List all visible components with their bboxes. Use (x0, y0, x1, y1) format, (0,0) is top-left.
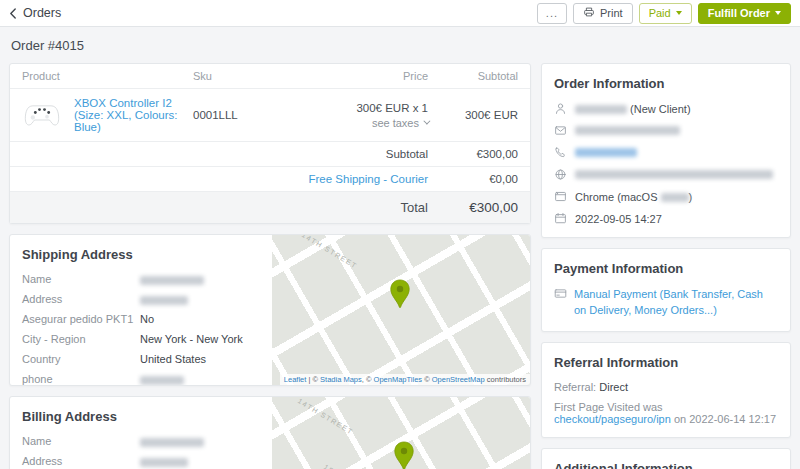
column-sku: Sku (193, 70, 298, 82)
referral-information-title: Referral Information (554, 355, 778, 370)
subtotal-row: Subtotal €300,00 (10, 141, 530, 166)
payment-information-card: Payment Information Manual Payment (Bank… (541, 248, 791, 332)
shipping-row: Free Shipping - Courier €0,00 (10, 166, 530, 191)
shipping-address-map[interactable]: 14TH STREET Leaflet | © Stadia Maps, © O… (272, 235, 530, 385)
subtotal-value: €300,00 (428, 148, 518, 160)
stadia-maps-link[interactable]: Stadia Maps (320, 375, 362, 384)
additional-information-title: Additional Information (554, 461, 778, 469)
redacted-value (575, 148, 637, 157)
redacted-value (140, 458, 188, 467)
shipping-value: €0,00 (428, 173, 518, 185)
field-row: Name (22, 273, 260, 285)
field-row: CountryUnited States (22, 353, 260, 365)
redacted-value (140, 438, 204, 447)
phone-row (554, 146, 778, 159)
phone-icon (554, 146, 567, 159)
credit-card-icon (554, 287, 567, 300)
page-title: Order #4015 (11, 38, 791, 53)
referral-information-card: Referral Information Referral: Direct Fi… (541, 342, 791, 438)
printer-icon (583, 6, 595, 20)
redacted-value (575, 105, 627, 114)
field-row: Address (22, 293, 260, 305)
leaflet-link[interactable]: Leaflet (284, 375, 307, 384)
fulfill-label: Fulfill Order (708, 7, 770, 19)
column-price: Price (298, 70, 428, 82)
column-product: Product (22, 70, 193, 82)
billing-address-map[interactable]: 14TH STREET 15TH STREET (272, 397, 530, 469)
back-label: Orders (23, 6, 61, 20)
back-to-orders-button[interactable]: Orders (9, 6, 61, 20)
item-price: 300€ EUR x 1 (356, 102, 428, 114)
calendar-icon (554, 212, 567, 225)
browser-prefix: Chrome (macOS (575, 191, 658, 203)
field-row: Asegurar pedido PKT1No (22, 313, 260, 325)
product-link[interactable]: XBOX Controller I2 (Size: XXL, Colours: … (74, 97, 193, 133)
redacted-value (575, 170, 773, 179)
user-icon (554, 102, 567, 115)
map-marker-icon (393, 441, 415, 469)
map-attribution: Leaflet | © Stadia Maps, © OpenMapTiles … (280, 374, 530, 385)
item-subtotal: 300€ EUR (428, 109, 518, 121)
first-page-row: First Page Visited was checkout/pagsegur… (554, 401, 778, 425)
subtotal-label: Subtotal (278, 148, 428, 160)
page-content: Order #4015 Product Sku Price Subtotal (0, 27, 800, 469)
additional-information-card: Additional Information Boleta o Factura:… (541, 448, 791, 469)
order-items-card: Product Sku Price Subtotal (9, 63, 531, 224)
browser-row: Chrome (macOS ) (554, 190, 778, 203)
product-thumbnail (22, 99, 62, 131)
field-row: phone (22, 373, 260, 385)
order-item-row: XBOX Controller I2 (Size: XXL, Colours: … (10, 89, 530, 141)
field-row: Name (22, 435, 260, 447)
redacted-value (140, 376, 184, 385)
column-subtotal: Subtotal (428, 70, 518, 82)
globe-icon (554, 168, 567, 181)
see-taxes-toggle[interactable]: see taxes (372, 117, 428, 129)
more-actions-button[interactable]: ... (537, 3, 567, 24)
openstreetmap-link[interactable]: OpenStreetMap (432, 375, 485, 384)
map-marker-icon (389, 279, 411, 309)
referral-value: Direct (599, 381, 628, 393)
order-date-row: 2022-09-05 14:27 (554, 212, 778, 225)
item-sku: 0001LLL (193, 109, 298, 121)
browser-suffix: ) (689, 191, 693, 203)
billing-address-title: Billing Address (22, 409, 260, 424)
order-information-title: Order Information (554, 76, 778, 91)
total-label: Total (278, 200, 428, 215)
fulfill-order-button[interactable]: Fulfill Order (698, 3, 791, 24)
first-page-link[interactable]: checkout/pagseguro/ipn (554, 413, 671, 425)
total-row: Total €300,00 (10, 191, 530, 223)
topbar: Orders ... Print Paid Fulfill Order (0, 0, 800, 27)
referral-row: Referral: Direct (554, 381, 778, 393)
caret-down-icon (775, 11, 781, 15)
browser-window-icon (554, 190, 567, 203)
order-date: 2022-09-05 14:27 (575, 213, 662, 225)
items-table-header: Product Sku Price Subtotal (10, 64, 530, 89)
payment-information-title: Payment Information (554, 261, 778, 276)
shipping-address-card: Shipping Address Name Address Asegurar p… (9, 234, 531, 386)
print-button[interactable]: Print (573, 3, 633, 24)
openmaptiles-link[interactable]: OpenMapTiles (374, 375, 423, 384)
envelope-icon (554, 124, 567, 137)
client-row: (New Client) (554, 102, 778, 115)
payment-method-link[interactable]: Manual Payment (Bank Transfer, Cash on D… (574, 287, 778, 319)
field-row: Address (22, 455, 260, 467)
redacted-value (661, 193, 689, 202)
email-row (554, 124, 778, 137)
chevron-left-icon (9, 8, 17, 19)
field-row: City - RegionNew York - New York (22, 333, 260, 345)
shipping-method-link[interactable]: Free Shipping - Courier (278, 173, 428, 185)
shipping-address-title: Shipping Address (22, 247, 260, 262)
client-suffix: (New Client) (630, 103, 691, 115)
print-label: Print (600, 7, 623, 19)
payment-status-button[interactable]: Paid (639, 3, 692, 24)
redacted-value (140, 296, 188, 305)
map-tiles (272, 235, 530, 385)
total-value: €300,00 (428, 200, 518, 215)
topbar-actions: ... Print Paid Fulfill Order (537, 3, 791, 24)
redacted-value (575, 126, 680, 135)
caret-down-icon (676, 11, 682, 15)
origin-row (554, 168, 778, 181)
order-information-card: Order Information (New Client) (541, 63, 791, 238)
paid-label: Paid (649, 7, 671, 19)
billing-address-card: Billing Address Name Address Asegurar pe… (9, 396, 531, 469)
